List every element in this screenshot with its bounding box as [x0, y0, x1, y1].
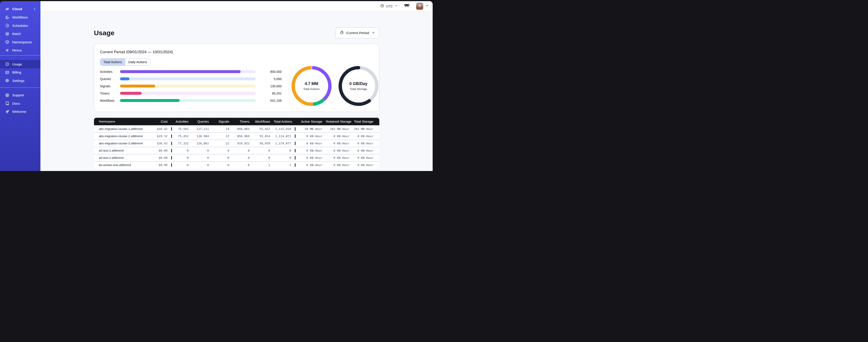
namespaces-cube-icon: [5, 40, 9, 44]
timers-cell: 0: [233, 156, 253, 160]
sidebar-item-usage[interactable]: Usage: [0, 60, 40, 68]
table-row: a0-test-1.a98mm4 $0.00 0 0 0 0 0 0 0 KB-…: [94, 147, 379, 154]
period-selector-label: Current Period: [346, 31, 369, 35]
table-row: abs-migration-cluster-3.a98mm4 $38.42 77…: [94, 140, 379, 147]
cost-cell: $29.32: [152, 134, 172, 138]
sidebar-item-batch[interactable]: Batch: [0, 30, 40, 38]
sidebar-item-label: Usage: [12, 62, 22, 66]
activities-cell: 77,332: [172, 142, 192, 145]
queries-cell: 0: [192, 163, 213, 167]
sidebar-item-workflows[interactable]: Workflows: [0, 13, 40, 22]
page-content: Usage Current Period: [40, 11, 433, 171]
sidebar-item-support[interactable]: Support: [0, 91, 40, 100]
active-storage-cell: 0 KB-Hour: [296, 156, 326, 160]
queries-cell: 0: [192, 149, 213, 152]
namespace-link[interactable]: a0-test-1.a98mm4: [99, 149, 124, 152]
sidebar-collapse-icon[interactable]: [32, 7, 37, 11]
workflows-cell: 0: [253, 156, 274, 160]
bar-label: Workflows: [100, 99, 117, 102]
bar-track: [120, 99, 255, 102]
timers-cell: 910,922: [233, 142, 253, 145]
sidebar-item-namespaces[interactable]: Namespaces: [0, 38, 40, 46]
sidebar-item-nexus[interactable]: Nexus: [0, 46, 40, 55]
sidebar-item-label: Namespaces: [12, 40, 32, 44]
col-total-storage: Total Storage: [353, 120, 377, 124]
main-area: UTC Usa: [40, 1, 433, 171]
bar-track: [120, 77, 255, 80]
bar-row-workflows: Workflows 541,109: [100, 99, 282, 102]
queries-cell: 127,211: [192, 127, 213, 131]
sidebar-item-label: Settings: [12, 79, 24, 82]
namespace-link[interactable]: abs-migration-cluster-3.a98mm4: [99, 142, 143, 145]
total-storage-cell: 241 MB-Hour: [353, 127, 377, 131]
active-storage-cell: 59 MB-Hour: [296, 127, 326, 131]
page-title: Usage: [94, 29, 115, 37]
workflows-icon: [5, 15, 9, 20]
user-avatar[interactable]: [416, 2, 423, 10]
col-activities: Activities: [172, 120, 192, 124]
tab-total-actions[interactable]: Total Actions: [100, 59, 125, 65]
cost-cell: $0.00: [152, 156, 172, 160]
sidebar-item-schedules[interactable]: Schedules: [0, 22, 40, 30]
sidebar-item-billing[interactable]: Billing: [0, 68, 40, 77]
bar-fill: [120, 70, 241, 73]
col-queries: Queries: [192, 120, 213, 124]
table-row: abs-migration-cluster-2.a98mm4 $29.32 75…: [94, 132, 379, 140]
col-workflows: Workflows: [253, 120, 274, 124]
tab-daily-actions[interactable]: Daily Actions: [125, 59, 150, 65]
namespace-link[interactable]: a0-test-2.a98mm4: [99, 156, 124, 160]
period-selector-button[interactable]: Current Period: [336, 28, 379, 38]
namespace-link[interactable]: bk-worker-test.a98mm4: [99, 163, 131, 167]
active-storage-cell: 0 KB-Hour: [296, 163, 326, 167]
queries-cell: 126,984: [192, 134, 213, 138]
col-signals: Signals: [213, 120, 233, 124]
retained-storage-cell: 182 MB-Hour: [326, 127, 353, 131]
sidebar-item-settings[interactable]: Settings: [0, 76, 40, 85]
total-storage-cell: 0 KB-Hour: [353, 163, 377, 167]
sidebar-item-docs[interactable]: Docs: [0, 99, 40, 108]
namespace-link[interactable]: abs-migration-cluster-1.a98mm4: [99, 127, 143, 131]
chevron-down-icon: [426, 4, 429, 8]
sidebar-divider: [0, 55, 40, 56]
bar-value: 130,000: [259, 84, 282, 88]
total-actions-label: Total Actions: [303, 87, 320, 91]
action-bars: Activities 900,000 Queries: [100, 66, 282, 106]
total-actions-cell: 1,115,018: [274, 127, 296, 131]
bar-row-queries: Queries 5,000: [100, 77, 282, 80]
account-menu[interactable]: [416, 2, 429, 10]
total-actions-cell: 0: [274, 149, 296, 152]
bar-fill: [120, 84, 155, 88]
queries-cell: 126,862: [192, 142, 213, 145]
total-storage-cell: 0 KB-Hour: [353, 134, 377, 138]
cost-cell: $34.42: [152, 127, 172, 131]
sidebar-item-label: Workflows: [12, 15, 28, 19]
activities-cell: 0: [172, 163, 192, 167]
namespace-link[interactable]: abs-migration-cluster-2.a98mm4: [99, 134, 143, 138]
sidebar-header-cloud[interactable]: Cloud: [0, 5, 40, 13]
bar-value: 85,201: [259, 92, 282, 95]
sidebar-item-label: Batch: [12, 32, 21, 36]
bar-fill: [120, 92, 142, 95]
total-storage-cell: 0 KB-Hour: [353, 142, 377, 145]
sidebar-item-label: Support: [12, 93, 24, 97]
sidebar-item-label: Welcome: [12, 110, 26, 113]
feedback-glasses-button[interactable]: [404, 4, 410, 8]
total-actions-cell: 0: [274, 156, 296, 160]
retained-storage-cell: 0 KB-Hour: [326, 156, 353, 160]
sidebar-item-welcome[interactable]: Welcome: [0, 108, 40, 116]
card-title: Current Period (09/01/2024 — 10/01/2024): [100, 50, 373, 55]
nexus-asterisk-icon: [5, 48, 9, 53]
temporal-cloud-logo-icon: [5, 7, 9, 11]
sidebar-item-label: Nexus: [12, 48, 22, 52]
bar-value: 5,000: [259, 77, 282, 81]
total-storage-donut: 0 GB/Day Total Storage: [338, 66, 379, 106]
chevron-down-icon: [395, 4, 398, 8]
timers-cell: 856,960: [233, 134, 253, 138]
cost-cell: $38.42: [152, 142, 172, 145]
cost-cell: $0.00: [152, 149, 172, 152]
retained-storage-cell: 0 KB-Hour: [326, 149, 353, 152]
timezone-dropdown[interactable]: UTC: [380, 4, 398, 8]
docs-book-icon: [5, 101, 9, 106]
bar-row-timers: Timers 85,201: [100, 92, 282, 95]
bar-row-signals: Signals 130,000: [100, 84, 282, 88]
